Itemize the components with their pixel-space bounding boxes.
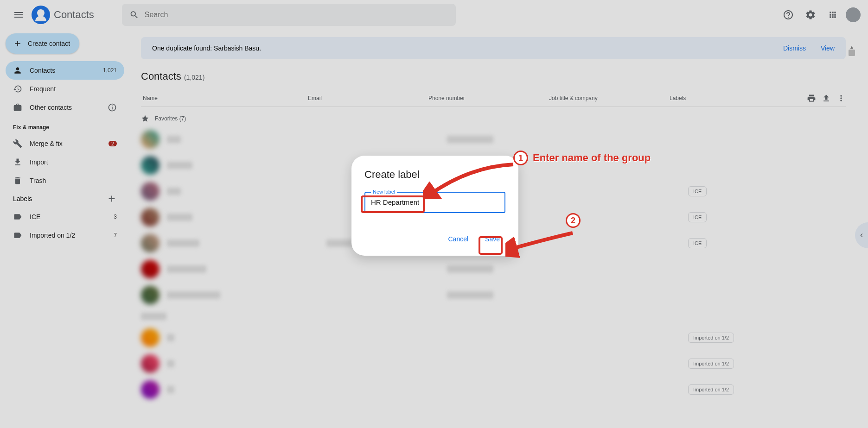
field-floating-label: New label (371, 189, 397, 195)
annotation-step-1: 1 Enter name of the group (513, 151, 651, 165)
label-name-input[interactable] (371, 198, 499, 206)
cancel-button[interactable]: Cancel (442, 232, 474, 246)
dialog-title: Create label (364, 169, 505, 181)
annotation-step-2: 2 (566, 213, 581, 228)
create-label-dialog: Create label New label Cancel Save (351, 156, 518, 256)
save-button[interactable]: Save (479, 232, 505, 246)
label-name-field[interactable]: New label (364, 192, 505, 213)
